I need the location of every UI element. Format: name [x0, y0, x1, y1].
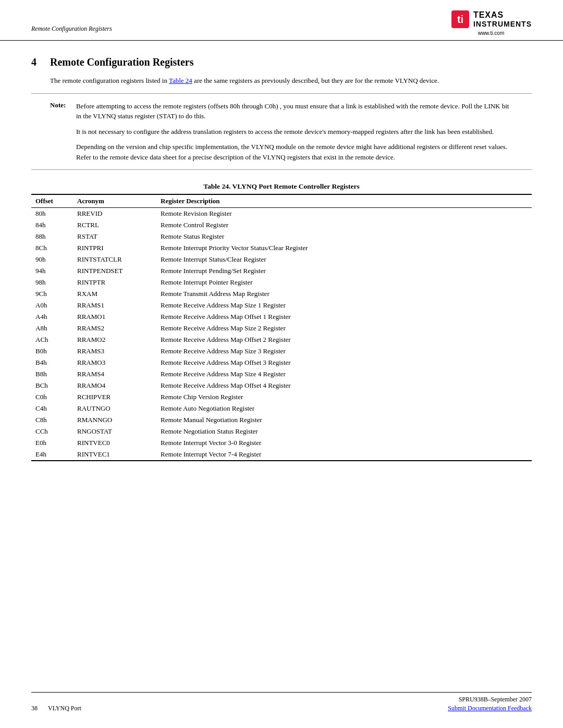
table-title: Table 24. VLYNQ Port Remote Controller R…	[31, 182, 532, 191]
table-row: AChRRAMO2Remote Receive Address Map Offs…	[31, 334, 532, 346]
cell-acronym: RRAMO3	[73, 357, 156, 368]
note-label: Note:	[50, 101, 70, 163]
cell-acronym: RRAMS1	[73, 300, 156, 311]
footer-left: 38 VLYNQ Port	[31, 705, 81, 712]
cell-acronym: RRAMO1	[73, 311, 156, 323]
section-title-block: 4 Remote Configuration Registers	[31, 56, 532, 68]
note-para-2: It is not necessary to configure the add…	[76, 127, 513, 137]
cell-acronym: RRAMS2	[73, 323, 156, 334]
cell-offset: 88h	[31, 231, 73, 242]
ti-brand-name: Texas Instruments	[473, 10, 532, 29]
cell-offset: 94h	[31, 265, 73, 277]
table-row: 98hRINTPTRRemote Interrupt Pointer Regis…	[31, 277, 532, 288]
table-row: CChRNGOSTATRemote Negotiation Status Reg…	[31, 426, 532, 437]
brand-line1: Texas	[473, 10, 532, 20]
table-link[interactable]: Table 24	[169, 77, 192, 84]
cell-offset: ACh	[31, 334, 73, 346]
cell-acronym: RRAMO4	[73, 380, 156, 391]
intro-text-static: The remote configuration registers liste…	[50, 77, 169, 84]
page-footer: 38 VLYNQ Port SPRU938B–September 2007 Su…	[31, 692, 532, 712]
cell-offset: 9Ch	[31, 288, 73, 300]
cell-acronym: RCTRL	[73, 219, 156, 231]
cell-desc: Remote Receive Address Map Size 4 Regist…	[156, 368, 532, 380]
footer-feedback-link[interactable]: Submit Documentation Feedback	[448, 705, 532, 712]
cell-desc: Remote Receive Address Map Offset 3 Regi…	[156, 357, 532, 368]
col-header-desc: Register Description	[156, 194, 532, 208]
cell-desc: Remote Receive Address Map Size 3 Regist…	[156, 346, 532, 357]
section-heading: Remote Configuration Registers	[50, 56, 194, 68]
cell-desc: Remote Receive Address Map Size 1 Regist…	[156, 300, 532, 311]
cell-offset: 98h	[31, 277, 73, 288]
table-row: 88hRSTATRemote Status Register	[31, 231, 532, 242]
cell-desc: Remote Transmit Address Map Register	[156, 288, 532, 300]
cell-desc: Remote Receive Address Map Offset 4 Regi…	[156, 380, 532, 391]
cell-desc: Remote Revision Register	[156, 208, 532, 220]
cell-acronym: RAUTNGO	[73, 403, 156, 414]
cell-offset: A0h	[31, 300, 73, 311]
cell-offset: E0h	[31, 437, 73, 449]
cell-desc: Remote Chip Version Register	[156, 391, 532, 403]
table-row: 8ChRINTPRIRemote Interrupt Priority Vect…	[31, 242, 532, 254]
cell-desc: Remote Receive Address Map Offset 2 Regi…	[156, 334, 532, 346]
cell-acronym: RXAM	[73, 288, 156, 300]
cell-offset: E4h	[31, 449, 73, 461]
note-para-1: Before attempting to access the remote r…	[76, 101, 513, 121]
table-row: C8hRMANNGORemote Manual Negotiation Regi…	[31, 414, 532, 426]
cell-acronym: RSTAT	[73, 231, 156, 242]
col-header-offset: Offset	[31, 194, 73, 208]
cell-offset: CCh	[31, 426, 73, 437]
cell-desc: Remote Receive Address Map Offset 1 Regi…	[156, 311, 532, 323]
cell-desc: Remote Negotiation Status Register	[156, 426, 532, 437]
cell-acronym: RRAMS3	[73, 346, 156, 357]
footer-page-number: 38	[31, 705, 38, 712]
cell-acronym: RRAMS4	[73, 368, 156, 380]
table-row: 80hRREVIDRemote Revision Register	[31, 208, 532, 220]
cell-offset: C4h	[31, 403, 73, 414]
table-row: BChRRAMO4Remote Receive Address Map Offs…	[31, 380, 532, 391]
cell-acronym: RCHIPVER	[73, 391, 156, 403]
ti-url: www.ti.com	[478, 30, 505, 36]
page: Remote Configuration Registers ti Texas …	[0, 0, 563, 728]
cell-acronym: RINTVEC0	[73, 437, 156, 449]
cell-offset: BCh	[31, 380, 73, 391]
table-row: A8hRRAMS2Remote Receive Address Map Size…	[31, 323, 532, 334]
cell-desc: Remote Auto Negotiation Register	[156, 403, 532, 414]
cell-desc: Remote Manual Negotiation Register	[156, 414, 532, 426]
note-para-3: Depending on the version and chip specif…	[76, 142, 513, 162]
note-content: Before attempting to access the remote r…	[76, 101, 513, 163]
main-content: 4 Remote Configuration Registers The rem…	[0, 41, 563, 482]
footer-doc-label: VLYNQ Port	[48, 705, 81, 712]
cell-offset: B0h	[31, 346, 73, 357]
ti-logo: ti Texas Instruments www.ti.com	[450, 9, 532, 36]
table-row: A0hRRAMS1Remote Receive Address Map Size…	[31, 300, 532, 311]
section-number: 4	[31, 56, 42, 68]
register-table: Offset Acronym Register Description 80hR…	[31, 194, 532, 461]
cell-desc: Remote Interrupt Pointer Register	[156, 277, 532, 288]
cell-offset: C0h	[31, 391, 73, 403]
table-row: A4hRRAMO1Remote Receive Address Map Offs…	[31, 311, 532, 323]
table-row: 9ChRXAMRemote Transmit Address Map Regis…	[31, 288, 532, 300]
footer-right: SPRU938B–September 2007 Submit Documenta…	[448, 696, 532, 712]
page-header: Remote Configuration Registers ti Texas …	[0, 0, 563, 41]
table-body: 80hRREVIDRemote Revision Register84hRCTR…	[31, 208, 532, 461]
cell-acronym: RREVID	[73, 208, 156, 220]
ti-logo-icon: ti	[450, 9, 470, 29]
cell-offset: 80h	[31, 208, 73, 220]
note-block: Note: Before attempting to access the re…	[50, 101, 513, 163]
cell-desc: Remote Interrupt Status/Clear Register	[156, 254, 532, 265]
cell-desc: Remote Interrupt Vector 3-0 Register	[156, 437, 532, 449]
cell-desc: Remote Receive Address Map Size 2 Regist…	[156, 323, 532, 334]
header-section-text: Remote Configuration Registers	[31, 25, 112, 32]
header-section-label: Remote Configuration Registers	[31, 9, 112, 33]
cell-acronym: RINTPTR	[73, 277, 156, 288]
table-header-row: Offset Acronym Register Description	[31, 194, 532, 208]
cell-desc: Remote Interrupt Priority Vector Status/…	[156, 242, 532, 254]
table-container: Table 24. VLYNQ Port Remote Controller R…	[31, 182, 532, 461]
col-header-acronym: Acronym	[73, 194, 156, 208]
cell-acronym: RMANNGO	[73, 414, 156, 426]
cell-desc: Remote Status Register	[156, 231, 532, 242]
intro-paragraph: The remote configuration registers liste…	[50, 76, 532, 86]
table-row: 84hRCTRLRemote Control Register	[31, 219, 532, 231]
cell-offset: 8Ch	[31, 242, 73, 254]
table-row: E4hRINTVEC1Remote Interrupt Vector 7-4 R…	[31, 449, 532, 461]
